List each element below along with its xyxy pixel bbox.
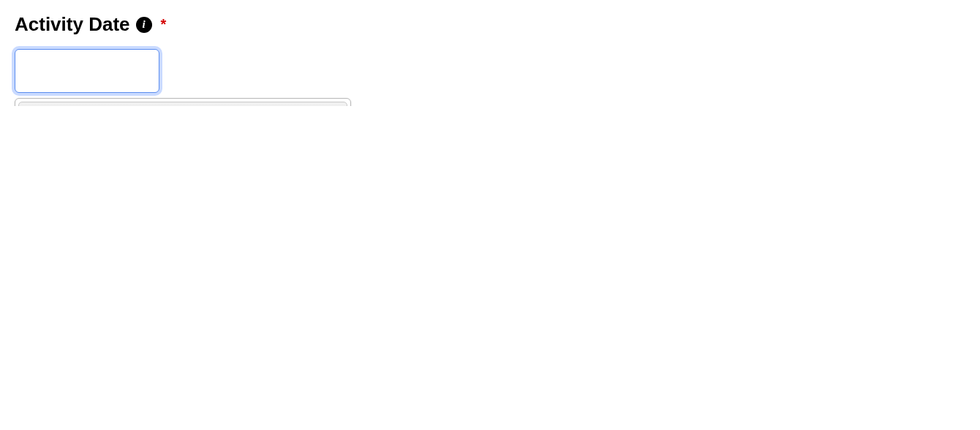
datepicker-header: Jul 2019 xyxy=(18,102,347,106)
activity-date-input[interactable] xyxy=(15,49,159,93)
datepicker-popup: Jul 2019 SuMoTuWeThFrSa 1234567891011121… xyxy=(15,98,351,106)
field-label: Activity Date xyxy=(15,13,130,36)
info-icon[interactable]: i xyxy=(136,17,152,33)
required-indicator: * xyxy=(161,16,167,33)
